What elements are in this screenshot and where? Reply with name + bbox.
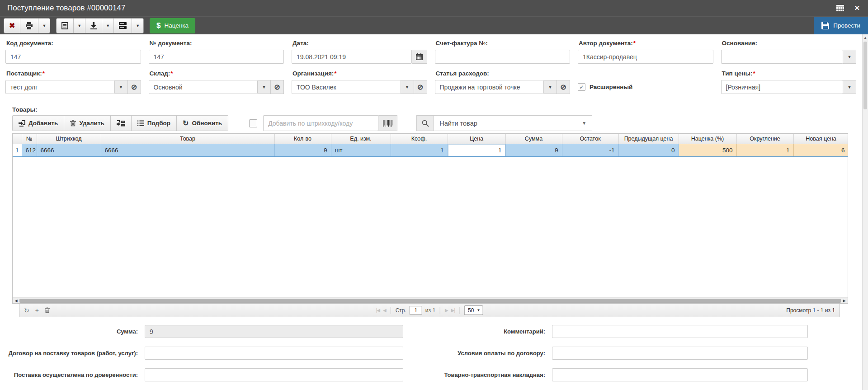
- cell-new-price[interactable]: 6: [793, 144, 848, 156]
- cell-coef[interactable]: 1: [391, 144, 448, 156]
- expense-item-input[interactable]: [435, 80, 544, 94]
- cell-barcode[interactable]: 6666: [37, 144, 101, 156]
- col-header-stock[interactable]: Остаток: [562, 134, 618, 144]
- contract-input[interactable]: [145, 347, 403, 360]
- cell-prev-price[interactable]: 0: [618, 144, 679, 156]
- related-documents-dropdown-button[interactable]: ▼: [132, 19, 143, 33]
- print-dropdown-button[interactable]: ▼: [38, 19, 50, 33]
- export-dropdown-button[interactable]: ▼: [102, 19, 113, 33]
- cell-stock[interactable]: -1: [562, 144, 618, 156]
- basis-dropdown-button[interactable]: ▼: [843, 50, 856, 64]
- expense-item-clear-button[interactable]: ⊘: [557, 80, 570, 94]
- add-record-icon[interactable]: +: [35, 307, 39, 314]
- col-header-unit[interactable]: Ед. изм.: [331, 134, 391, 144]
- col-header-num[interactable]: №: [22, 134, 37, 144]
- export-button[interactable]: [85, 19, 102, 33]
- grid-view-icon[interactable]: [836, 5, 844, 11]
- cell-price-editing[interactable]: 1: [448, 144, 505, 156]
- add-row-button[interactable]: Добавить: [13, 116, 64, 131]
- first-page-icon[interactable]: |◀: [376, 308, 380, 313]
- author-input[interactable]: [578, 50, 713, 64]
- page-size-select[interactable]: 50 ▼: [464, 305, 483, 315]
- page-number-input[interactable]: [410, 306, 422, 315]
- prev-page-icon[interactable]: ◀: [383, 308, 386, 313]
- barcode-scan-button[interactable]: [378, 115, 397, 131]
- mass-add-button[interactable]: [110, 116, 131, 131]
- price-type-input[interactable]: [721, 80, 844, 94]
- pick-goods-button[interactable]: Подбор: [131, 116, 176, 131]
- col-header-price[interactable]: Цена: [448, 134, 505, 144]
- cell-markup[interactable]: 500: [679, 144, 736, 156]
- col-header-markup[interactable]: Наценка (%): [679, 134, 736, 144]
- print-button[interactable]: [20, 19, 38, 33]
- required-mark: *: [42, 70, 45, 77]
- scroll-right-icon[interactable]: ▶: [841, 298, 848, 304]
- cell-rounding[interactable]: 1: [736, 144, 793, 156]
- horizontal-scrollbar-thumb[interactable]: [19, 299, 841, 303]
- cancel-document-button[interactable]: ✖: [4, 19, 20, 33]
- col-header-rounding[interactable]: Округление: [736, 134, 793, 144]
- table-row[interactable]: 1 612 6666 6666 9 шт 1 1 9 -1 0 500 1 6: [13, 144, 848, 156]
- cell-product[interactable]: 6666: [101, 144, 274, 156]
- proxy-delivery-label: Поставка осуществлена по доверенности:: [5, 371, 145, 378]
- cell-sum[interactable]: 9: [505, 144, 562, 156]
- scroll-up-icon[interactable]: ▲: [863, 34, 868, 40]
- supplier-dropdown-button[interactable]: ▼: [115, 80, 128, 94]
- date-picker-button[interactable]: [412, 50, 427, 64]
- horizontal-scrollbar[interactable]: ◀ ▶: [13, 297, 848, 303]
- warehouse-clear-button[interactable]: ⊘: [271, 80, 284, 94]
- col-header-new-price[interactable]: Новая цена: [793, 134, 848, 144]
- cell-unit[interactable]: шт: [331, 144, 391, 156]
- organization-clear-button[interactable]: ⊘: [414, 80, 427, 94]
- supplier-clear-button[interactable]: ⊘: [128, 80, 141, 94]
- organization-dropdown-button[interactable]: ▼: [401, 80, 414, 94]
- search-group: Найти товар ▼: [416, 115, 592, 131]
- vertical-scrollbar[interactable]: ▲: [862, 34, 868, 390]
- related-documents-button[interactable]: [113, 19, 132, 33]
- supplier-input[interactable]: [5, 80, 115, 94]
- warehouse-dropdown-button[interactable]: ▼: [258, 80, 271, 94]
- extended-checkbox[interactable]: ✓: [578, 83, 585, 91]
- expense-item-dropdown-button[interactable]: ▼: [544, 80, 557, 94]
- doc-code-input[interactable]: [5, 50, 141, 64]
- delete-record-icon[interactable]: [45, 307, 50, 313]
- cell-quantity[interactable]: 9: [274, 144, 331, 156]
- document-list-dropdown-button[interactable]: ▼: [73, 19, 85, 33]
- col-header-product[interactable]: Товар: [101, 134, 274, 144]
- barcode-input[interactable]: [263, 115, 378, 131]
- clear-icon: ⊘: [560, 84, 566, 91]
- close-icon[interactable]: ✕: [854, 4, 860, 12]
- organization-input[interactable]: [292, 80, 401, 94]
- vertical-scrollbar-thumb[interactable]: [863, 42, 867, 109]
- waybill-input[interactable]: [552, 368, 808, 381]
- basis-input[interactable]: [721, 50, 844, 64]
- delete-row-button[interactable]: Удалить: [64, 116, 110, 131]
- price-type-dropdown-button[interactable]: ▼: [843, 80, 856, 94]
- waybill-label: Товарно-транспортная накладная:: [431, 371, 552, 378]
- markup-button[interactable]: $ Наценка: [150, 18, 195, 33]
- refresh-grid-button[interactable]: ↻ Обновить: [176, 116, 228, 131]
- proxy-delivery-input[interactable]: [145, 368, 403, 381]
- sum-input: [145, 325, 403, 338]
- post-button[interactable]: Провести: [814, 17, 868, 34]
- doc-number-input[interactable]: [149, 50, 284, 64]
- barcode-mode-checkbox[interactable]: [249, 119, 257, 127]
- warehouse-input[interactable]: [149, 80, 258, 94]
- payment-terms-input[interactable]: [552, 347, 808, 360]
- last-page-icon[interactable]: ▶|: [451, 308, 455, 313]
- search-goods-combobox[interactable]: Найти товар ▼: [434, 115, 592, 131]
- comment-input[interactable]: [552, 325, 808, 338]
- next-page-icon[interactable]: ▶: [445, 308, 448, 313]
- col-header-barcode[interactable]: Штрихкод: [37, 134, 101, 144]
- scroll-left-icon[interactable]: ◀: [13, 298, 19, 304]
- col-header-quantity[interactable]: Кол-во: [274, 134, 331, 144]
- date-input[interactable]: [292, 50, 412, 64]
- search-button[interactable]: [416, 115, 434, 131]
- col-header-coef[interactable]: Коэф.: [391, 134, 448, 144]
- reload-grid-icon[interactable]: ↻: [24, 307, 29, 314]
- col-header-sum[interactable]: Сумма: [505, 134, 562, 144]
- col-header-prev-price[interactable]: Предыдущая цена: [618, 134, 679, 144]
- invoice-input[interactable]: [435, 50, 571, 64]
- cell-num[interactable]: 612: [22, 144, 37, 156]
- document-list-button[interactable]: [57, 19, 73, 33]
